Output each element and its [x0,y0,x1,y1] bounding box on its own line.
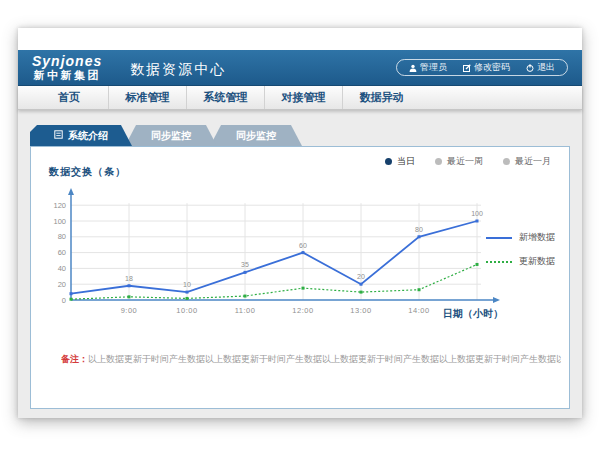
tab-sync-monitor-1-label: 同步监控 [151,129,191,143]
y-tick-label: 20 [58,280,66,289]
filter-last-week-label: 最近一周 [447,155,483,168]
filter-today[interactable]: 当日 [385,155,415,168]
filter-last-month[interactable]: 最近一月 [503,155,551,168]
tab-system-intro-label: 系统介绍 [68,129,108,143]
data-point [186,297,189,300]
data-point [244,295,247,298]
chart-panel: 当日 最近一周 最近一月 数据交换（条） 0204060801001209:00… [30,146,570,409]
data-label: 10 [183,281,191,288]
legend-item-new-data: 新增数据 [486,231,555,244]
data-point [186,291,189,294]
data-point [128,284,131,287]
tab-sync-monitor-2-label: 同步监控 [236,129,276,143]
user-menu-admin-label: 管理员 [420,61,447,74]
y-axis-arrow-icon [68,188,74,195]
user-menu-logout-label: 退出 [537,61,555,74]
data-point [244,271,247,274]
user-menu: 管理员 修改密码 退出 [396,59,568,76]
x-tick-label: 11:00 [235,306,256,315]
tab-sync-monitor-2[interactable]: 同步监控 [210,125,302,146]
data-point [302,287,305,290]
data-label: 35 [241,261,249,268]
y-tick-label: 80 [58,232,66,241]
tab-sync-monitor-1[interactable]: 同步监控 [125,125,217,146]
nav-item-home[interactable]: 首页 [30,86,108,109]
nav-item-interface-mgmt[interactable]: 对接管理 [264,86,342,109]
user-menu-logout[interactable]: 退出 [526,61,555,74]
data-point [476,220,479,223]
footnote-text: 以上数据更新于时间产生数据以上数据更新于时间产生数据以上数据更新于时间产生数据以… [88,354,561,364]
company-logo: Synjones 新中新集团 [32,54,102,81]
y-axis-title: 数据交换（条） [49,165,126,179]
logo-text-en: Synjones [32,54,102,68]
data-point [418,288,421,291]
user-menu-admin[interactable]: 管理员 [409,61,447,74]
data-point [70,298,73,301]
user-menu-change-password[interactable]: 修改密码 [463,61,510,74]
x-tick-label: 12:00 [292,306,313,315]
data-label: 18 [125,275,133,282]
document-icon [54,130,63,141]
user-menu-change-password-label: 修改密码 [474,61,510,74]
content-area: 系统介绍 同步监控 同步监控 当日 最近一周 [18,110,582,418]
x-tick-label: 13:00 [350,306,371,315]
line-chart: 0204060801001209:0010:0011:0012:0013:001… [41,183,511,328]
filter-last-week[interactable]: 最近一周 [435,155,483,168]
footnote-prefix: 备注： [61,354,88,364]
footnote: 备注：以上数据更新于时间产生数据以上数据更新于时间产生数据以上数据更新于时间产生… [61,353,561,366]
data-point [128,295,131,298]
radio-dot-icon [435,158,442,165]
y-tick-label: 40 [58,264,66,273]
nav-item-data-change[interactable]: 数据异动 [342,86,420,109]
data-point [70,292,73,295]
data-label: 20 [357,273,365,280]
y-tick-label: 60 [58,248,66,257]
top-strip [18,28,582,50]
nav-item-standard-mgmt[interactable]: 标准管理 [108,86,186,109]
data-point [360,283,363,286]
x-axis-arrow-icon [493,297,500,303]
main-nav: 首页 标准管理 系统管理 对接管理 数据异动 [18,86,582,110]
x-tick-label: 10:00 [176,306,197,315]
y-tick-label: 100 [53,217,66,226]
radio-dot-icon [385,158,392,165]
page-title: 数据资源中心 [130,61,226,79]
radio-dot-icon [503,158,510,165]
user-icon [409,64,417,72]
data-point [302,251,305,254]
edit-icon [463,64,471,72]
page-card: Synjones 新中新集团 数据资源中心 管理员 修改密码 退出 [18,28,582,418]
power-icon [526,64,534,72]
filter-today-label: 当日 [397,155,415,168]
logo-text-cn: 新中新集团 [33,70,101,81]
data-label: 100 [471,210,483,217]
y-tick-label: 120 [53,201,66,210]
x-axis-title: 日期（小时） [443,307,503,321]
solid-line-icon [486,237,512,239]
tab-bar: 系统介绍 同步监控 同步监控 [30,125,302,146]
series-line-更新数据 [71,264,477,299]
data-point [360,291,363,294]
chart-legend: 新增数据 更新数据 [486,231,555,279]
legend-label-new-data: 新增数据 [519,231,555,244]
data-label: 80 [415,226,423,233]
legend-label-update-data: 更新数据 [519,255,555,268]
data-label: 60 [299,242,307,249]
time-range-filters: 当日 最近一周 最近一月 [385,155,551,168]
y-tick-label: 0 [62,296,66,305]
dotted-line-icon [486,261,512,263]
filter-last-month-label: 最近一月 [515,155,551,168]
data-point [418,235,421,238]
data-point [476,263,479,266]
x-tick-label: 9:00 [121,306,138,315]
legend-item-update-data: 更新数据 [486,255,555,268]
app-header: Synjones 新中新集团 数据资源中心 管理员 修改密码 退出 [18,50,582,86]
x-tick-label: 14:00 [408,306,429,315]
tab-system-intro[interactable]: 系统介绍 [30,125,132,146]
nav-item-system-mgmt[interactable]: 系统管理 [186,86,264,109]
